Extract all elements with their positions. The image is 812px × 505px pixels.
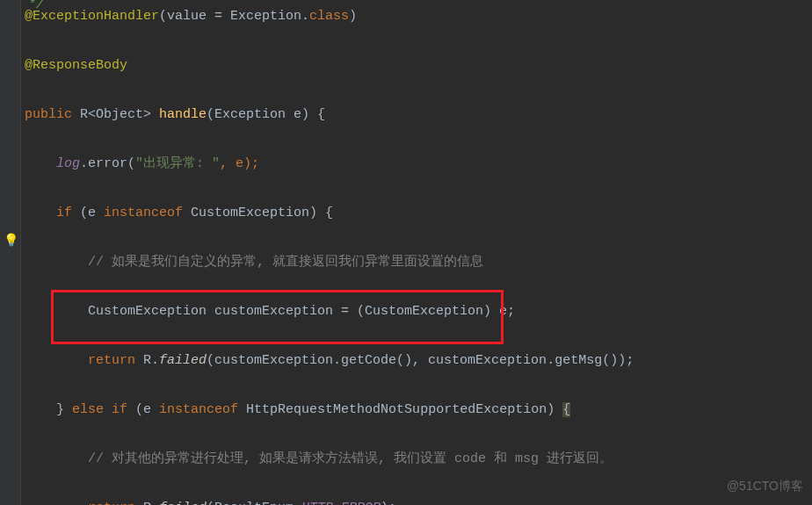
code-text: }	[56, 402, 72, 417]
annotation: @ExceptionHandler	[25, 9, 159, 24]
code-text: (e	[80, 206, 104, 220]
code-text: );	[381, 501, 396, 505]
keyword-class: class	[309, 9, 349, 24]
method-name: handle	[159, 107, 207, 122]
keyword-return: return	[88, 353, 143, 368]
comment: // 对其他的异常进行处理, 如果是请求方法错误, 我们设置 code 和 ms…	[88, 451, 613, 466]
enum-value: HTTP_ERROR	[301, 501, 381, 505]
code-text: (ResultEnum.	[207, 501, 301, 505]
code-editor[interactable]: @ExceptionHandler(value = Exception.clas…	[25, 4, 812, 505]
code-text: CustomException) {	[191, 206, 333, 220]
code-text: (customException.getCode(), customExcept…	[207, 353, 634, 368]
code-text: )	[349, 9, 357, 24]
comment: // 如果是我们自定义的异常, 就直接返回我们异常里面设置的信息	[88, 255, 483, 270]
javadoc-close: */	[28, 0, 44, 18]
keyword-instanceof: instanceof	[159, 402, 246, 417]
matched-brace: {	[562, 402, 570, 417]
keyword-elseif: else if	[72, 402, 135, 417]
watermark-text: @51CTO博客	[727, 473, 803, 498]
code-text: HttpRequestMethodNotSupportedException)	[246, 402, 562, 417]
keyword-if: if	[56, 206, 80, 220]
static-method: failed	[159, 501, 207, 505]
code-text: CustomException customException = (Custo…	[88, 304, 515, 319]
code-text: .error(	[80, 156, 135, 171]
code-text: (e	[135, 402, 159, 417]
string-literal: "出现异常: "	[135, 156, 220, 171]
code-text: R.	[143, 501, 159, 505]
keyword-public: public	[25, 107, 80, 122]
code-text: R.	[143, 353, 159, 368]
editor-gutter: 💡	[0, 0, 21, 505]
code-text: (Exception e) {	[207, 107, 325, 122]
annotation: @ResponseBody	[25, 58, 127, 73]
intention-bulb-icon[interactable]: 💡	[4, 228, 18, 253]
code-text: , e);	[220, 156, 259, 171]
code-text: (value = Exception.	[159, 9, 309, 24]
static-method: failed	[159, 353, 207, 368]
keyword-instanceof: instanceof	[104, 206, 191, 220]
type: R<Object>	[80, 107, 159, 122]
field-log: log	[56, 156, 80, 171]
keyword-return: return	[88, 501, 143, 505]
